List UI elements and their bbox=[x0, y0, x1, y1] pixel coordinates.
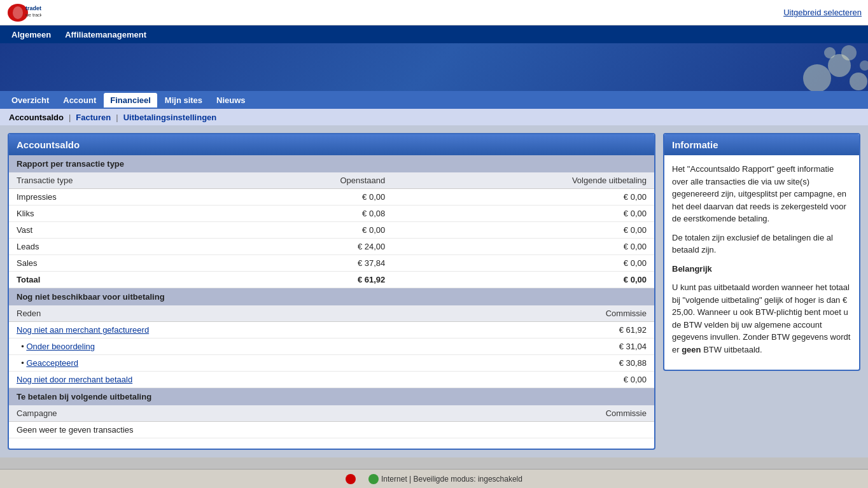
info-important-text2: BTW uitbetaald. bbox=[701, 345, 762, 354]
logo-icon: tradetracker we track your trade bbox=[6, 3, 45, 23]
col-volgende: Volgende uitbetaling bbox=[393, 172, 654, 189]
cell-reden: • Geaccepteerd bbox=[9, 355, 477, 372]
logo-area: tradetracker we track your trade bbox=[6, 3, 48, 23]
left-panel: Accountsaldo Rapport per transactie type… bbox=[8, 133, 655, 450]
svg-point-6 bbox=[850, 73, 867, 90]
total-openstaand: € 61,92 bbox=[217, 272, 393, 288]
cell-type: Impressies bbox=[9, 189, 217, 206]
nav-bar: Algemeen Affiliatemanagement bbox=[0, 25, 868, 43]
svg-point-1 bbox=[13, 6, 23, 19]
info-bold-word: geen bbox=[682, 345, 701, 354]
banner bbox=[0, 43, 868, 91]
unavail-row: Nog niet aan merchant gefactureerd€ 61,9… bbox=[9, 322, 654, 338]
cell-value: € 31,04 bbox=[477, 338, 654, 355]
sub-nav: Accountsaldo | Facturen | Uitbetalingsin… bbox=[0, 109, 868, 125]
banner-decoration bbox=[677, 43, 868, 91]
cell-type: Vast bbox=[9, 222, 217, 239]
cell-volgende: € 0,00 bbox=[393, 189, 654, 206]
section1-header: Rapport per transactie type bbox=[9, 155, 654, 172]
cell-openstaand: € 37,84 bbox=[217, 255, 393, 272]
cell-volgende: € 0,00 bbox=[393, 222, 654, 239]
info-important: U kunt pas uitbetaald worden wanneer het… bbox=[672, 281, 851, 356]
status-bar: Internet | Beveiligde modus: ingeschakel… bbox=[0, 469, 868, 488]
unavailable-table: Reden Commissie Nog niet aan merchant ge… bbox=[9, 305, 654, 388]
cell-reden: Nog niet aan merchant gefactureerd bbox=[9, 322, 477, 338]
cell-volgende: € 0,00 bbox=[393, 255, 654, 272]
col-commissie2: Commissie bbox=[330, 405, 654, 422]
nav-financieel[interactable]: Financieel bbox=[104, 93, 157, 108]
cell-volgende: € 0,00 bbox=[393, 206, 654, 222]
sub-nav-sep1: | bbox=[69, 113, 71, 122]
sub-nav-facturen[interactable]: Facturen bbox=[76, 113, 111, 122]
nav-item-algemeen[interactable]: Algemeen bbox=[5, 27, 57, 42]
total-row: Totaal€ 61,92€ 0,00 bbox=[9, 272, 654, 288]
right-panel: Informatie Het "Accountsaldo Rapport" ge… bbox=[663, 133, 860, 371]
unavail-row: • Geaccepteerd€ 30,88 bbox=[9, 355, 654, 372]
info-important-text1: U kunt pas uitbetaald worden wanneer het… bbox=[672, 282, 850, 354]
cell-volgende: € 0,00 bbox=[393, 239, 654, 255]
cell-value: € 61,92 bbox=[477, 322, 654, 338]
sub-nav-uitbetalingsinstellingen[interactable]: Uitbetalingsinstellingen bbox=[123, 113, 217, 122]
cell-reden: • Onder beoordeling bbox=[9, 338, 477, 355]
empty-text: Geen weer te geven transacties bbox=[9, 422, 654, 438]
cell-type: Leads bbox=[9, 239, 217, 255]
svg-point-9 bbox=[860, 60, 868, 71]
table-row: Sales€ 37,84€ 0,00 bbox=[9, 255, 654, 272]
svg-text:tradetracker: tradetracker bbox=[25, 5, 41, 11]
table-header-row: Transactie type Openstaand Volgende uitb… bbox=[9, 172, 654, 189]
col-reden: Reden bbox=[9, 305, 477, 322]
payment-table: Campagne Commissie Geen weer te geven tr… bbox=[9, 405, 654, 438]
cell-openstaand: € 24,00 bbox=[217, 239, 393, 255]
info-bold-header: Belangrijk bbox=[672, 263, 851, 275]
left-panel-header: Accountsaldo bbox=[9, 134, 654, 155]
cell-reden: Nog niet door merchant betaald bbox=[9, 372, 477, 388]
unavail-link[interactable]: Onder beoordeling bbox=[26, 342, 95, 351]
right-panel-header: Informatie bbox=[664, 134, 859, 155]
svg-point-7 bbox=[841, 45, 857, 60]
nav-mijn-sites[interactable]: Mijn sites bbox=[158, 93, 209, 108]
info-para2: De totalen zijn exclusief de betalingen … bbox=[672, 232, 851, 256]
internet-label: Internet | Beveiligde modus: ingeschakel… bbox=[381, 475, 522, 484]
col-transactie-type: Transactie type bbox=[9, 172, 217, 189]
status-segment-left bbox=[346, 474, 356, 484]
cell-openstaand: € 0,00 bbox=[217, 222, 393, 239]
unavail-link[interactable]: Nog niet aan merchant gefactureerd bbox=[17, 325, 149, 335]
table-row: Leads€ 24,00€ 0,00 bbox=[9, 239, 654, 255]
second-nav: Overzicht Account Financieel Mijn sites … bbox=[0, 91, 868, 109]
table-row: Kliks€ 0,08€ 0,00 bbox=[9, 206, 654, 222]
col-campagne: Campagne bbox=[9, 405, 330, 422]
cell-value: € 30,88 bbox=[477, 355, 654, 372]
unavail-link[interactable]: Geaccepteerd bbox=[26, 358, 78, 368]
cell-type: Sales bbox=[9, 255, 217, 272]
total-label: Totaal bbox=[9, 272, 217, 288]
svg-point-8 bbox=[824, 47, 836, 59]
cell-type: Kliks bbox=[9, 206, 217, 222]
table-row: Impressies€ 0,00€ 0,00 bbox=[9, 189, 654, 206]
nav-account[interactable]: Account bbox=[57, 93, 102, 108]
nav-overzicht[interactable]: Overzicht bbox=[5, 93, 55, 108]
nav-nieuws[interactable]: Nieuws bbox=[210, 93, 252, 108]
col-commissie: Commissie bbox=[477, 305, 654, 322]
unavail-link[interactable]: Nog niet door merchant betaald bbox=[17, 375, 132, 384]
uitgebreid-link[interactable]: Uitgebreid selecteren bbox=[783, 8, 862, 17]
cell-openstaand: € 0,08 bbox=[217, 206, 393, 222]
empty-row: Geen weer te geven transacties bbox=[9, 422, 654, 438]
section3-header: Te betalen bij volgende uitbetaling bbox=[9, 388, 654, 405]
unavail-row: • Onder beoordeling€ 31,04 bbox=[9, 338, 654, 355]
right-panel-body: Het "Accountsaldo Rapport" geeft informa… bbox=[664, 155, 859, 370]
status-segment-internet: Internet | Beveiligde modus: ingeschakel… bbox=[368, 474, 522, 484]
sub-nav-sep2: | bbox=[116, 113, 118, 122]
total-volgende: € 0,00 bbox=[393, 272, 654, 288]
section2-header: Nog niet beschikbaar voor uitbetaling bbox=[9, 288, 654, 305]
unavail-row: Nog niet door merchant betaald€ 0,00 bbox=[9, 372, 654, 388]
col-openstaand: Openstaand bbox=[217, 172, 393, 189]
security-icon bbox=[346, 474, 356, 484]
info-para1: Het "Accountsaldo Rapport" geeft informa… bbox=[672, 163, 851, 225]
top-bar: tradetracker we track your trade Uitgebr… bbox=[0, 0, 868, 25]
sub-nav-accountsaldo[interactable]: Accountsaldo bbox=[9, 113, 64, 122]
main-content: Accountsaldo Rapport per transactie type… bbox=[0, 125, 868, 457]
nav-item-affiliatemanagement[interactable]: Affiliatemanagement bbox=[59, 27, 153, 42]
svg-point-4 bbox=[803, 64, 831, 91]
unavailable-header-row: Reden Commissie bbox=[9, 305, 654, 322]
svg-text:we track your trade: we track your trade bbox=[25, 13, 41, 18]
